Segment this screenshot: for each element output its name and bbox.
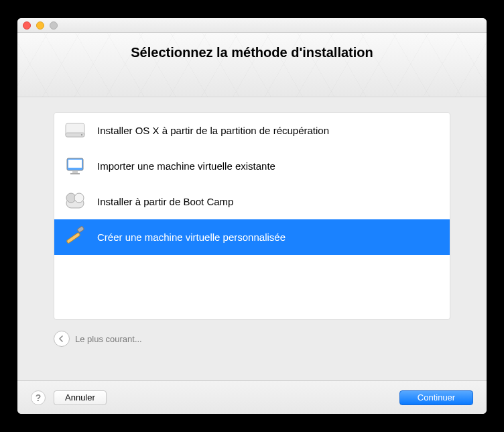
option-install-bootcamp[interactable]: Installer à partir de Boot Camp — [54, 184, 450, 219]
svg-rect-9 — [74, 193, 84, 203]
option-label: Créer une machine virtuelle personnalisé… — [97, 231, 286, 243]
svg-rect-6 — [70, 173, 80, 174]
continue-button-label: Continuer — [418, 392, 455, 402]
cancel-button[interactable]: Annuler — [54, 390, 107, 405]
nav-back-label: Le plus courant... — [75, 334, 142, 344]
close-icon[interactable] — [23, 21, 31, 30]
cancel-button-label: Annuler — [65, 392, 95, 402]
arrow-left-icon — [54, 331, 70, 347]
content: Installer OS X à partir de la partition … — [17, 97, 487, 380]
installer-window: Sélectionnez la méthode d'installation I… — [17, 18, 487, 414]
option-label: Installer OS X à partir de la partition … — [97, 125, 329, 136]
header: Sélectionnez la méthode d'installation — [17, 33, 487, 97]
page-title: Sélectionnez la méthode d'installation — [131, 45, 373, 60]
option-import-vm[interactable]: Importer une machine virtuelle existante — [54, 148, 450, 184]
svg-rect-11 — [77, 226, 84, 233]
option-create-custom-vm[interactable]: Créer une machine virtuelle personnalisé… — [54, 219, 450, 255]
svg-rect-10 — [66, 232, 80, 244]
install-method-list: Installer OS X à partir de la partition … — [54, 112, 450, 320]
continue-button[interactable]: Continuer — [399, 390, 473, 405]
footer: ? Annuler Continuer — [17, 380, 487, 414]
svg-point-2 — [81, 134, 82, 136]
bootcamp-icon — [64, 191, 86, 213]
nav-back[interactable]: Le plus courant... — [54, 331, 450, 347]
monitor-icon — [64, 155, 86, 178]
svg-rect-5 — [72, 171, 78, 173]
titlebar — [17, 18, 487, 33]
hdd-icon — [64, 119, 86, 142]
customize-icon — [64, 226, 86, 249]
option-label: Installer à partir de Boot Camp — [97, 196, 233, 207]
svg-rect-4 — [68, 160, 82, 168]
minimize-icon[interactable] — [36, 21, 44, 30]
help-button[interactable]: ? — [31, 390, 46, 405]
zoom-icon — [50, 21, 58, 30]
option-install-osx-recovery[interactable]: Installer OS X à partir de la partition … — [54, 113, 450, 148]
option-label: Importer une machine virtuelle existante — [97, 160, 275, 172]
